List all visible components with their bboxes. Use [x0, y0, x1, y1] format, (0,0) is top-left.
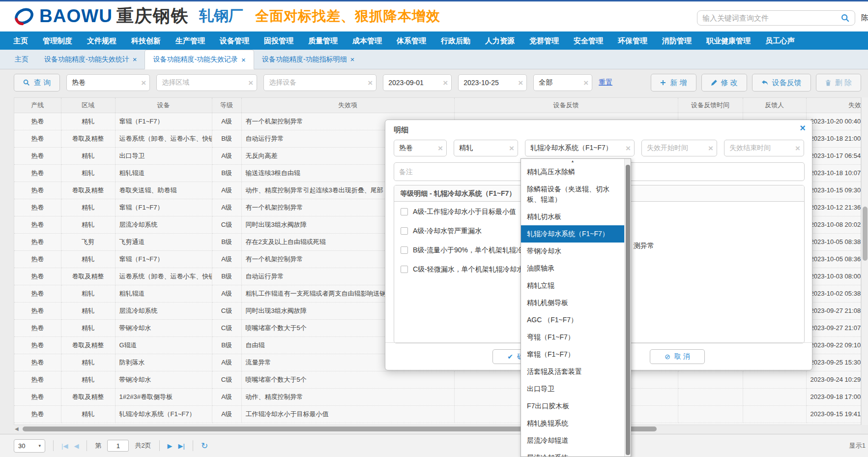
grid-header-cell[interactable]: 失效项: [241, 98, 454, 113]
modify-button[interactable]: 修 改: [701, 74, 747, 91]
checkbox-icon[interactable]: [401, 227, 408, 235]
dropdown-item-3[interactable]: 精轧切水板: [521, 208, 624, 225]
tab-close-icon[interactable]: ×: [241, 56, 246, 64]
dropdown-item-5[interactable]: 带钢冷却水: [521, 243, 624, 260]
filter-combo-1[interactable]: 热卷×: [66, 74, 150, 91]
dropdown-scroll-thumb[interactable]: [626, 165, 630, 455]
nav-item-8[interactable]: 质量管理: [301, 31, 345, 50]
grid-header-cell[interactable]: 失效开始时间: [806, 98, 861, 113]
search-icon[interactable]: [841, 14, 850, 23]
tab-close-icon[interactable]: ×: [350, 55, 355, 63]
checkbox-icon[interactable]: [401, 246, 408, 254]
first-page-button[interactable]: |◀: [61, 442, 68, 450]
next-page-button[interactable]: ▶: [168, 442, 173, 450]
modal-combo-3[interactable]: 轧辊冷却水系统（F1~F7）×: [525, 140, 635, 156]
combo-clear-icon[interactable]: ×: [443, 79, 448, 87]
dropdown-item-2[interactable]: 除鳞箱设备（夹送辊、切水板、辊道）: [521, 181, 624, 208]
nav-item-7[interactable]: 固投管理: [257, 31, 301, 50]
grid-header-cell[interactable]: 等级: [212, 98, 241, 113]
filter-combo-5[interactable]: 2023-10-25×: [458, 74, 527, 91]
vertical-scroll-thumb[interactable]: [863, 207, 868, 261]
combo-clear-icon[interactable]: ×: [518, 79, 523, 87]
dropdown-item-9[interactable]: AGC （F1~F7）: [521, 311, 624, 329]
grid-row-18[interactable]: 热卷精轧轧辊冷却水系统（F1~F7）A级工作辊冷却水小于目标最小值2023-09…: [14, 405, 861, 423]
scroll-up-icon[interactable]: ▲: [521, 159, 624, 163]
dropdown-item-8[interactable]: 精轧机侧导板: [521, 294, 624, 311]
grid-row-17[interactable]: 热卷卷取及精整1#2#3#卷取侧导板A级动作、精度控制异常2023-09-18 …: [14, 388, 861, 405]
grid-row-16[interactable]: 热卷精轧带钢冷却水C级喷嘴堵塞个数大于5个2023-09-24 10:29:00: [14, 371, 861, 388]
nav-item-18[interactable]: 员工心声: [758, 31, 802, 50]
dropdown-item-6[interactable]: 油膜轴承: [521, 260, 624, 277]
nav-item-2[interactable]: 管理制度: [35, 31, 80, 50]
nav-item-9[interactable]: 成本管理: [345, 31, 389, 50]
dropdown-item-17[interactable]: 层流冷却系统: [521, 449, 624, 457]
refresh-icon[interactable]: ↻: [201, 441, 208, 451]
dropdown-item-11[interactable]: 窜辊（F1~F7）: [521, 346, 624, 363]
dropdown-item-16[interactable]: 层流冷却辊道: [521, 432, 624, 449]
last-page-button[interactable]: ▶|: [178, 442, 185, 450]
dropdown-item-14[interactable]: F7出口胶木板: [521, 397, 624, 415]
page-number-input[interactable]: [107, 440, 129, 452]
nav-item-4[interactable]: 科技创新: [124, 31, 168, 50]
combo-clear-icon[interactable]: ×: [626, 144, 631, 152]
grid-header-cell[interactable]: 产线: [14, 98, 61, 113]
nav-item-17[interactable]: 职业健康管理: [699, 31, 758, 50]
vertical-scrollbar[interactable]: [861, 97, 868, 425]
page-size-select[interactable]: 30 ▾: [14, 439, 45, 453]
nav-item-16[interactable]: 消防管理: [655, 31, 699, 50]
doc-search-input[interactable]: [702, 14, 841, 22]
nav-item-3[interactable]: 文件规程: [80, 31, 124, 50]
query-button[interactable]: 查 询: [14, 74, 60, 91]
tab-1[interactable]: 主页: [7, 50, 36, 69]
combo-clear-icon[interactable]: ×: [708, 144, 713, 152]
filter-combo-3[interactable]: 选择设备×: [263, 74, 376, 91]
dropdown-item-4[interactable]: 轧辊冷却水系统（F1~F7）: [521, 225, 624, 243]
add-button[interactable]: 新 增: [651, 74, 696, 91]
combo-clear-icon[interactable]: ×: [795, 144, 800, 152]
tab-3[interactable]: 设备功能精度-功能失效记录×: [145, 50, 254, 69]
modal-combo-1[interactable]: 热卷×: [394, 140, 447, 156]
doc-search-box[interactable]: [697, 10, 855, 26]
nav-item-10[interactable]: 体系管理: [389, 31, 434, 50]
grid-header-cell[interactable]: 设备反馈时间: [678, 98, 743, 113]
dropdown-item-12[interactable]: 活套辊及活套装置: [521, 363, 624, 380]
grid-header-cell[interactable]: 反馈人: [743, 98, 806, 113]
dropdown-scrollbar[interactable]: [624, 159, 631, 457]
tab-4[interactable]: 设备功能精度-功能指标明细×: [254, 50, 362, 69]
cancel-button[interactable]: ⊘ 取 消: [650, 349, 705, 364]
nav-item-1[interactable]: 主页: [6, 31, 35, 50]
combo-clear-icon[interactable]: ×: [438, 144, 443, 152]
dropdown-item-15[interactable]: 精轧换辊系统: [521, 415, 624, 432]
dropdown-item-7[interactable]: 精轧立辊: [521, 277, 624, 294]
reset-link[interactable]: 重置: [599, 78, 612, 87]
filter-combo-4[interactable]: 2023-09-01×: [383, 74, 452, 91]
user-name[interactable]: 陈: [861, 13, 868, 23]
combo-clear-icon[interactable]: ×: [141, 79, 146, 87]
filter-combo-6[interactable]: 全部×: [533, 74, 592, 91]
modal-combo-2[interactable]: 精轧×: [454, 140, 518, 156]
combo-clear-icon[interactable]: ×: [368, 79, 373, 87]
modal-combo-5[interactable]: 失效结束时间×: [724, 140, 804, 156]
grid-header-cell[interactable]: 设备反馈: [454, 98, 678, 113]
nav-item-12[interactable]: 人力资源: [478, 31, 522, 50]
dropdown-item-1[interactable]: 精轧高压水除鳞: [521, 163, 624, 181]
tab-close-icon[interactable]: ×: [133, 55, 137, 63]
prev-page-button[interactable]: ◀: [74, 442, 79, 450]
delete-button[interactable]: 删 除: [816, 74, 861, 91]
dropdown-item-13[interactable]: 出口导卫: [521, 380, 624, 397]
modal-combo-4[interactable]: 失效开始时间×: [641, 140, 717, 156]
nav-item-5[interactable]: 生产管理: [168, 31, 212, 50]
grid-header-cell[interactable]: 设备: [115, 98, 212, 113]
checkbox-icon[interactable]: [401, 266, 408, 273]
filter-combo-2[interactable]: 选择区域×: [156, 74, 257, 91]
nav-item-11[interactable]: 行政后勤: [434, 31, 478, 50]
nav-item-14[interactable]: 安全管理: [566, 31, 610, 50]
nav-item-15[interactable]: 环保管理: [610, 31, 655, 50]
scroll-left-icon[interactable]: ◀: [15, 426, 19, 431]
grid-header-cell[interactable]: 区域: [61, 98, 115, 113]
nav-item-6[interactable]: 设备管理: [212, 31, 257, 50]
combo-clear-icon[interactable]: ×: [248, 79, 253, 87]
tab-2[interactable]: 设备功能精度-功能失效统计×: [36, 50, 145, 69]
dropdown-item-10[interactable]: 弯辊（F1~F7）: [521, 329, 624, 346]
nav-item-13[interactable]: 党群管理: [522, 31, 566, 50]
